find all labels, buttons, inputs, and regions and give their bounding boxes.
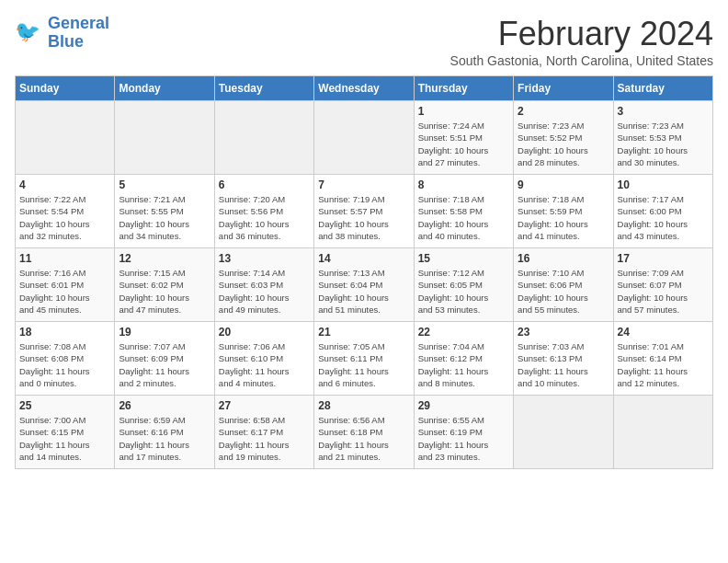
calendar-day-cell: 17Sunrise: 7:09 AM Sunset: 6:07 PM Dayli… <box>613 248 712 322</box>
calendar-day-cell: 6Sunrise: 7:20 AM Sunset: 5:56 PM Daylig… <box>214 175 313 248</box>
calendar-table: SundayMondayTuesdayWednesdayThursdayFrid… <box>15 75 713 469</box>
day-number: 14 <box>318 252 409 265</box>
day-info: Sunrise: 7:23 AM Sunset: 5:53 PM Dayligh… <box>618 120 709 168</box>
day-number: 15 <box>418 252 509 265</box>
calendar-day-cell: 27Sunrise: 6:58 AM Sunset: 6:17 PM Dayli… <box>214 396 313 469</box>
day-info: Sunrise: 6:58 AM Sunset: 6:17 PM Dayligh… <box>219 414 310 463</box>
day-info: Sunrise: 7:19 AM Sunset: 5:57 PM Dayligh… <box>318 193 409 242</box>
logo-icon: 🐦 <box>15 18 44 48</box>
calendar-day-cell: 26Sunrise: 6:59 AM Sunset: 6:16 PM Dayli… <box>115 396 214 469</box>
day-number: 22 <box>418 326 509 339</box>
title-area: February 2024 South Gastonia, North Caro… <box>450 15 713 68</box>
location-subtitle: South Gastonia, North Carolina, United S… <box>450 53 713 68</box>
calendar-day-cell: 4Sunrise: 7:22 AM Sunset: 5:54 PM Daylig… <box>16 175 115 248</box>
day-info: Sunrise: 7:14 AM Sunset: 6:03 PM Dayligh… <box>219 267 310 316</box>
logo-line1: General <box>48 14 109 32</box>
day-number: 6 <box>219 178 310 191</box>
calendar-body: 1Sunrise: 7:24 AM Sunset: 5:51 PM Daylig… <box>16 101 713 469</box>
day-info: Sunrise: 7:13 AM Sunset: 6:04 PM Dayligh… <box>318 267 409 316</box>
calendar-day-cell: 2Sunrise: 7:23 AM Sunset: 5:52 PM Daylig… <box>514 101 613 175</box>
weekday-header-cell: Saturday <box>613 76 712 101</box>
day-info: Sunrise: 7:01 AM Sunset: 6:14 PM Dayligh… <box>618 340 709 389</box>
day-info: Sunrise: 7:03 AM Sunset: 6:13 PM Dayligh… <box>518 340 609 389</box>
day-info: Sunrise: 6:59 AM Sunset: 6:16 PM Dayligh… <box>119 414 210 463</box>
weekday-header-cell: Sunday <box>16 76 115 101</box>
calendar-week-row: 1Sunrise: 7:24 AM Sunset: 5:51 PM Daylig… <box>16 101 713 175</box>
day-number: 16 <box>518 252 609 265</box>
calendar-week-row: 11Sunrise: 7:16 AM Sunset: 6:01 PM Dayli… <box>16 248 713 322</box>
calendar-day-cell: 21Sunrise: 7:05 AM Sunset: 6:11 PM Dayli… <box>314 322 414 396</box>
day-info: Sunrise: 7:08 AM Sunset: 6:08 PM Dayligh… <box>19 340 110 389</box>
calendar-day-cell: 25Sunrise: 7:00 AM Sunset: 6:15 PM Dayli… <box>16 396 115 469</box>
calendar-week-row: 25Sunrise: 7:00 AM Sunset: 6:15 PM Dayli… <box>16 396 713 469</box>
calendar-day-cell <box>514 396 613 469</box>
calendar-day-cell: 13Sunrise: 7:14 AM Sunset: 6:03 PM Dayli… <box>214 248 313 322</box>
day-number: 3 <box>618 105 709 118</box>
calendar-day-cell: 24Sunrise: 7:01 AM Sunset: 6:14 PM Dayli… <box>613 322 712 396</box>
day-info: Sunrise: 7:12 AM Sunset: 6:05 PM Dayligh… <box>418 267 509 316</box>
calendar-day-cell: 19Sunrise: 7:07 AM Sunset: 6:09 PM Dayli… <box>115 322 214 396</box>
calendar-week-row: 18Sunrise: 7:08 AM Sunset: 6:08 PM Dayli… <box>16 322 713 396</box>
day-number: 17 <box>618 252 709 265</box>
day-number: 19 <box>119 326 210 339</box>
calendar-day-cell: 20Sunrise: 7:06 AM Sunset: 6:10 PM Dayli… <box>214 322 313 396</box>
day-number: 8 <box>418 178 509 191</box>
calendar-day-cell: 10Sunrise: 7:17 AM Sunset: 6:00 PM Dayli… <box>613 175 712 248</box>
weekday-header-cell: Thursday <box>414 76 513 101</box>
calendar-day-cell: 11Sunrise: 7:16 AM Sunset: 6:01 PM Dayli… <box>16 248 115 322</box>
day-number: 29 <box>418 399 509 412</box>
day-number: 18 <box>19 326 110 339</box>
day-number: 5 <box>119 178 210 191</box>
day-info: Sunrise: 7:18 AM Sunset: 5:58 PM Dayligh… <box>418 193 509 242</box>
day-number: 24 <box>618 326 709 339</box>
logo: 🐦 General Blue <box>15 15 109 52</box>
calendar-day-cell <box>115 101 214 175</box>
calendar-day-cell: 8Sunrise: 7:18 AM Sunset: 5:58 PM Daylig… <box>414 175 513 248</box>
logo-text: General Blue <box>48 15 109 52</box>
day-number: 25 <box>19 399 110 412</box>
calendar-day-cell: 15Sunrise: 7:12 AM Sunset: 6:05 PM Dayli… <box>414 248 513 322</box>
calendar-day-cell: 16Sunrise: 7:10 AM Sunset: 6:06 PM Dayli… <box>514 248 613 322</box>
day-info: Sunrise: 7:23 AM Sunset: 5:52 PM Dayligh… <box>518 120 609 168</box>
calendar-day-cell: 29Sunrise: 6:55 AM Sunset: 6:19 PM Dayli… <box>414 396 513 469</box>
day-number: 28 <box>318 399 409 412</box>
day-number: 13 <box>219 252 310 265</box>
day-info: Sunrise: 7:16 AM Sunset: 6:01 PM Dayligh… <box>19 267 110 316</box>
calendar-day-cell: 14Sunrise: 7:13 AM Sunset: 6:04 PM Dayli… <box>314 248 414 322</box>
day-number: 26 <box>119 399 210 412</box>
day-info: Sunrise: 7:17 AM Sunset: 6:00 PM Dayligh… <box>618 193 709 242</box>
day-number: 23 <box>518 326 609 339</box>
day-info: Sunrise: 7:07 AM Sunset: 6:09 PM Dayligh… <box>119 340 210 389</box>
day-number: 11 <box>19 252 110 265</box>
calendar-day-cell <box>214 101 313 175</box>
day-number: 7 <box>318 178 409 191</box>
calendar-day-cell: 3Sunrise: 7:23 AM Sunset: 5:53 PM Daylig… <box>613 101 712 175</box>
day-number: 4 <box>19 178 110 191</box>
day-number: 27 <box>219 399 310 412</box>
day-info: Sunrise: 7:15 AM Sunset: 6:02 PM Dayligh… <box>119 267 210 316</box>
day-info: Sunrise: 6:55 AM Sunset: 6:19 PM Dayligh… <box>418 414 509 463</box>
day-info: Sunrise: 7:05 AM Sunset: 6:11 PM Dayligh… <box>318 340 409 389</box>
day-number: 10 <box>618 178 709 191</box>
calendar-day-cell <box>613 396 712 469</box>
calendar-week-row: 4Sunrise: 7:22 AM Sunset: 5:54 PM Daylig… <box>16 175 713 248</box>
calendar-day-cell <box>16 101 115 175</box>
calendar-day-cell: 22Sunrise: 7:04 AM Sunset: 6:12 PM Dayli… <box>414 322 513 396</box>
day-number: 2 <box>518 105 609 118</box>
day-info: Sunrise: 7:09 AM Sunset: 6:07 PM Dayligh… <box>618 267 709 316</box>
day-info: Sunrise: 7:18 AM Sunset: 5:59 PM Dayligh… <box>518 193 609 242</box>
day-info: Sunrise: 6:56 AM Sunset: 6:18 PM Dayligh… <box>318 414 409 463</box>
day-info: Sunrise: 7:06 AM Sunset: 6:10 PM Dayligh… <box>219 340 310 389</box>
day-number: 12 <box>119 252 210 265</box>
day-number: 21 <box>318 326 409 339</box>
day-info: Sunrise: 7:20 AM Sunset: 5:56 PM Dayligh… <box>219 193 310 242</box>
day-number: 1 <box>418 105 509 118</box>
weekday-header-row: SundayMondayTuesdayWednesdayThursdayFrid… <box>16 76 713 101</box>
day-info: Sunrise: 7:22 AM Sunset: 5:54 PM Dayligh… <box>19 193 110 242</box>
day-number: 20 <box>219 326 310 339</box>
calendar-day-cell: 9Sunrise: 7:18 AM Sunset: 5:59 PM Daylig… <box>514 175 613 248</box>
calendar-day-cell: 28Sunrise: 6:56 AM Sunset: 6:18 PM Dayli… <box>314 396 414 469</box>
day-info: Sunrise: 7:24 AM Sunset: 5:51 PM Dayligh… <box>418 120 509 168</box>
svg-text:🐦: 🐦 <box>15 19 40 44</box>
calendar-day-cell: 7Sunrise: 7:19 AM Sunset: 5:57 PM Daylig… <box>314 175 414 248</box>
